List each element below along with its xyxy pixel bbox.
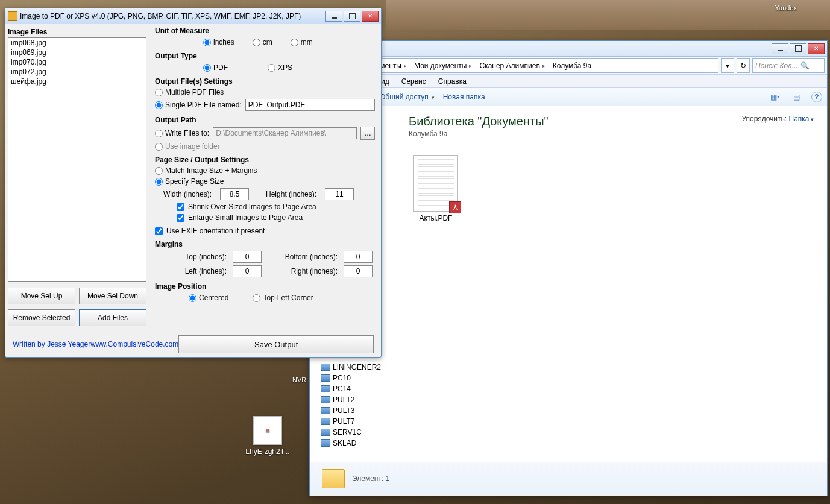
- save-output-button[interactable]: Save Output: [178, 335, 374, 353]
- list-item[interactable]: imp070.jpg: [8, 57, 146, 67]
- output-xps-radio[interactable]: XPS: [268, 63, 292, 72]
- sort-dropdown[interactable]: Папка: [789, 115, 814, 123]
- computer-icon: [321, 385, 330, 392]
- sidebar-item[interactable]: PULT7: [310, 416, 395, 427]
- match-margins-radio[interactable]: Match Image Size + Margins: [155, 165, 375, 176]
- unit-cm-radio[interactable]: cm: [253, 38, 272, 46]
- move-up-button[interactable]: Move Sel Up: [8, 288, 75, 304]
- refresh-button[interactable]: ↻: [737, 58, 750, 73]
- search-placeholder: Поиск: Кол...: [755, 61, 798, 70]
- image-to-pdf-window: Image to PDF or XPS v4.0 (JPG, PNG, BMP,…: [5, 8, 382, 358]
- add-files-button[interactable]: Add Files: [79, 309, 146, 326]
- output-pdf-radio[interactable]: PDF: [203, 63, 228, 72]
- output-path-label: Output Path: [155, 116, 375, 124]
- sidebar-item[interactable]: PC14: [310, 383, 395, 394]
- menu-help[interactable]: Справка: [433, 76, 471, 87]
- topleft-radio[interactable]: Top-Left Corner: [253, 294, 313, 302]
- menu-service[interactable]: Сервис: [397, 76, 431, 87]
- computer-icon: [321, 418, 330, 425]
- image-file-list[interactable]: imp068.jpg imp069.jpg imp070.jpg imp072.…: [8, 37, 146, 282]
- single-pdf-radio[interactable]: Single PDF File named:: [155, 101, 242, 109]
- pdf-thumbnail-icon: 人: [413, 155, 458, 212]
- sidebar-item[interactable]: SKLAD: [310, 438, 395, 449]
- bottom-margin-input[interactable]: [344, 251, 373, 263]
- write-files-to-radio[interactable]: Write Files to:: [155, 129, 209, 137]
- pdf-badge-icon: 人: [449, 201, 461, 213]
- height-input[interactable]: [325, 188, 354, 200]
- chevron-right-icon[interactable]: ▸: [469, 63, 472, 69]
- enlarge-checkbox[interactable]: Enlarge Small Images to Page Area: [155, 212, 375, 223]
- close-button[interactable]: ✕: [362, 11, 379, 22]
- preview-pane-button[interactable]: ▤: [790, 90, 803, 104]
- help-icon[interactable]: ?: [811, 92, 822, 102]
- menu-bar: ид Сервис Справка: [310, 75, 827, 88]
- desktop-file-item[interactable]: ⊞ LhyE-zgh2T...: [244, 416, 292, 456]
- width-input[interactable]: [220, 188, 249, 200]
- view-mode-button[interactable]: ▦▾: [768, 90, 781, 104]
- search-icon: 🔍: [800, 61, 810, 70]
- image-files-label: Image Files: [8, 27, 146, 37]
- left-margin-input[interactable]: [233, 265, 262, 277]
- multi-pdf-radio[interactable]: Multiple PDF Files: [155, 87, 375, 98]
- window-title: Image to PDF or XPS v4.0 (JPG, PNG, BMP,…: [20, 12, 325, 20]
- website-link[interactable]: www.CompulsiveCode.com: [90, 340, 178, 348]
- list-item[interactable]: шейфа.jpg: [8, 77, 146, 86]
- yandex-label: Yandex: [775, 4, 797, 11]
- minimize-button[interactable]: [325, 11, 342, 22]
- computer-icon: [321, 364, 330, 371]
- address-dropdown-button[interactable]: ▾: [721, 58, 734, 73]
- list-item[interactable]: imp068.jpg: [8, 38, 146, 48]
- close-button[interactable]: ✕: [808, 43, 825, 54]
- computer-icon: [321, 374, 330, 382]
- search-input[interactable]: Поиск: Кол... 🔍: [752, 58, 825, 73]
- status-bar: Элемент: 1: [310, 462, 827, 494]
- file-thumbnail-icon: ⊞: [253, 416, 282, 445]
- explorer-titlebar[interactable]: ✕: [310, 41, 827, 57]
- computer-icon: [321, 429, 330, 436]
- file-view-area[interactable]: Библиотека "Документы" Колумба 9а Упоряд…: [395, 106, 827, 462]
- pdf-titlebar[interactable]: Image to PDF or XPS v4.0 (JPG, PNG, BMP,…: [5, 8, 381, 24]
- status-text: Элемент: 1: [352, 474, 389, 483]
- output-files-settings-label: Output File(s) Settings: [155, 77, 375, 86]
- breadcrumb: Сканер Алимпиев▸: [476, 59, 548, 72]
- maximize-button[interactable]: [344, 11, 360, 22]
- maximize-button[interactable]: [790, 43, 806, 54]
- left-margin-label: Left (inches):: [160, 267, 227, 276]
- chevron-right-icon[interactable]: ▸: [404, 63, 407, 69]
- sidebar-item[interactable]: PC10: [310, 373, 395, 383]
- unit-inches-radio[interactable]: inches: [203, 38, 234, 46]
- exif-checkbox[interactable]: Use EXIF orientation if present: [155, 225, 375, 236]
- author-link[interactable]: Written by Jesse Yeager: [13, 340, 90, 348]
- browse-path-button[interactable]: …: [360, 127, 375, 140]
- sidebar-item[interactable]: LININGENER2: [310, 362, 395, 373]
- top-margin-input[interactable]: [233, 251, 262, 263]
- right-margin-label: Right (inches):: [268, 267, 338, 276]
- sidebar-item[interactable]: SERV1C: [310, 427, 395, 438]
- new-folder-button[interactable]: Новая папка: [443, 93, 485, 101]
- computer-icon: [321, 407, 330, 414]
- chevron-right-icon[interactable]: ▸: [542, 63, 545, 69]
- right-margin-input[interactable]: [344, 265, 373, 277]
- sidebar-item[interactable]: PULT2: [310, 394, 395, 405]
- centered-radio[interactable]: Centered: [189, 294, 228, 302]
- move-down-button[interactable]: Move Sel Down: [79, 288, 146, 304]
- unit-mm-radio[interactable]: mm: [291, 38, 313, 46]
- output-type-label: Output Type: [155, 52, 375, 60]
- shrink-checkbox[interactable]: Shrink Over-Sized Images to Page Area: [155, 201, 375, 212]
- share-button[interactable]: Общий доступ: [380, 93, 435, 101]
- breadcrumb: Мои документы▸: [411, 59, 475, 72]
- explorer-window: ✕ иблиотеки▸ Документы▸ Мои документы▸ С…: [309, 40, 828, 496]
- use-image-folder-radio[interactable]: Use image folder: [155, 141, 375, 152]
- computer-icon: [321, 396, 330, 403]
- desktop-file-label: LhyE-zgh2T...: [244, 447, 292, 456]
- toolbar: Общий доступ Новая папка ▦▾ ▤ ?: [310, 88, 827, 106]
- list-item[interactable]: imp072.jpg: [8, 67, 146, 77]
- specify-page-size-radio[interactable]: Specify Page Size: [155, 176, 375, 187]
- single-pdf-name-input[interactable]: [245, 99, 375, 111]
- file-item[interactable]: 人 Акты.PDF: [409, 155, 463, 222]
- list-item[interactable]: imp069.jpg: [8, 48, 146, 57]
- remove-selected-button[interactable]: Remove Selected: [8, 309, 75, 326]
- sidebar-item[interactable]: PULT3: [310, 405, 395, 416]
- bottom-margin-label: Bottom (inches):: [268, 253, 338, 261]
- minimize-button[interactable]: [772, 43, 788, 54]
